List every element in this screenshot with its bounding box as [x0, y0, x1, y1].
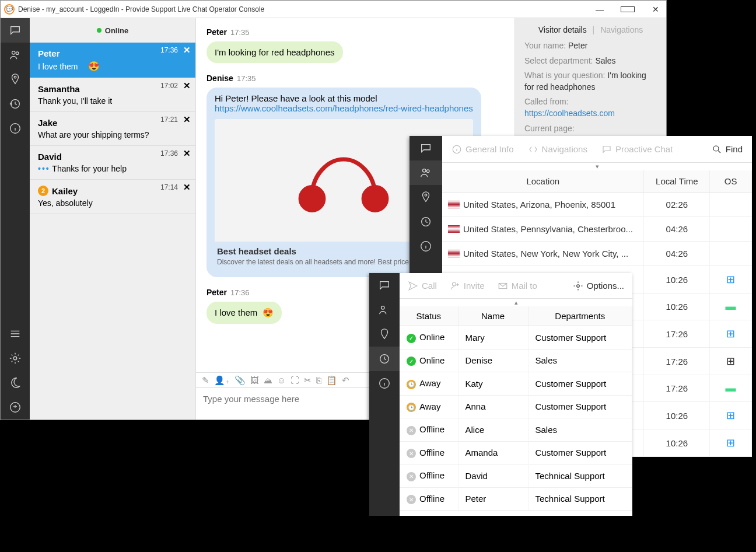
- svg-point-1: [16, 52, 19, 55]
- operator-row[interactable]: 🕒AwayAnnaCustomer Support: [400, 395, 632, 418]
- chat-list-item[interactable]: 17:21✕JakeWhat are your shipping terms?: [30, 112, 195, 146]
- rail-info-icon[interactable]: [369, 371, 400, 396]
- cell-os: ⊞: [710, 320, 752, 348]
- close-chat-icon[interactable]: ✕: [183, 148, 191, 159]
- operator-row[interactable]: ✕OfflineAliceSales: [400, 418, 632, 442]
- chat-list-item[interactable]: 17:14✕2KaileyYes, absolutely: [30, 180, 195, 214]
- operators-toolbar: Call Invite Mail to Options...: [400, 273, 632, 299]
- rail-info-icon[interactable]: [1, 116, 30, 141]
- close-chat-icon[interactable]: ✕: [183, 114, 191, 125]
- cell-name: David: [458, 464, 528, 488]
- tab-navigations[interactable]: Navigations: [600, 25, 643, 34]
- options-button[interactable]: Options...: [573, 281, 624, 291]
- rail-visitors-icon[interactable]: [369, 298, 400, 322]
- paste-icon[interactable]: 📋: [326, 375, 337, 386]
- rail-chats-icon[interactable]: [369, 273, 400, 298]
- cell-location: United States, New York, New York City, …: [442, 242, 644, 266]
- operator-row[interactable]: ✕OfflineDavidTechnical Support: [400, 464, 632, 488]
- attach-icon[interactable]: 📎: [235, 375, 246, 386]
- col-name[interactable]: Name: [458, 306, 528, 326]
- add-user-icon[interactable]: 👤₊: [214, 375, 230, 386]
- col-location[interactable]: Location: [442, 170, 644, 193]
- minimize-button[interactable]: —: [593, 5, 607, 14]
- chat-preview: Yes, absolutely: [38, 198, 187, 208]
- rail-chats-icon[interactable]: [1, 18, 30, 43]
- expand-icon[interactable]: ⛶: [290, 375, 299, 385]
- operator-row[interactable]: ✓OnlineMaryCustomer Support: [400, 326, 632, 350]
- mail-button[interactable]: Mail to: [498, 281, 537, 291]
- col-status[interactable]: Status: [400, 306, 458, 326]
- tab-proactive-chat[interactable]: Proactive Chat: [601, 144, 673, 155]
- cell-time: 10:26: [644, 266, 710, 294]
- cell-os: ▬: [710, 375, 752, 402]
- col-local-time[interactable]: Local Time: [644, 170, 710, 193]
- cell-name: Amanda: [458, 441, 528, 464]
- rail-night-icon[interactable]: [1, 371, 30, 395]
- presence-status[interactable]: Online: [30, 18, 195, 43]
- maximize-button[interactable]: [621, 5, 635, 14]
- cell-name: Peter: [458, 487, 528, 511]
- tab-visitor-details[interactable]: Visitor details: [538, 25, 587, 34]
- svg-point-15: [713, 146, 719, 151]
- operator-row[interactable]: 🕒AwayKatyCustomer Support: [400, 372, 632, 396]
- emoji-picker-icon[interactable]: ☺: [277, 375, 286, 385]
- copy-icon[interactable]: ⎘: [316, 375, 321, 385]
- rail-menu-icon[interactable]: [1, 322, 30, 346]
- cell-name: Katy: [458, 372, 528, 396]
- cut-icon[interactable]: ✂: [304, 375, 312, 386]
- screenshot-icon[interactable]: ⛰: [264, 375, 272, 385]
- invite-button[interactable]: Invite: [450, 281, 485, 291]
- rail-chats-icon[interactable]: [410, 136, 442, 160]
- svg-point-5: [13, 357, 17, 360]
- flag-icon: [448, 225, 460, 233]
- rail-visitors-icon[interactable]: [1, 43, 30, 67]
- rail-history-icon[interactable]: [410, 209, 442, 234]
- visitor-bubble: I love them 😍: [206, 302, 282, 324]
- close-chat-icon[interactable]: ✕: [183, 81, 191, 91]
- rail-history-icon[interactable]: [369, 347, 400, 371]
- rail-logout-icon[interactable]: [1, 395, 30, 420]
- cell-os: ⊞: [710, 348, 752, 375]
- tab-navigations[interactable]: Navigations: [528, 144, 587, 155]
- col-os[interactable]: OS: [710, 170, 752, 193]
- rail-info-icon[interactable]: [410, 234, 442, 258]
- operator-row[interactable]: ✕OfflinePeterTechnical Support: [400, 487, 632, 511]
- titlebar: 💬 Denise - my_account - LoggedIn - Provi…: [1, 1, 666, 18]
- svg-point-11: [425, 194, 427, 197]
- visitor-row[interactable]: United States, Pennsylvania, Chesterbroo…: [442, 217, 752, 242]
- chat-list-item[interactable]: 17:02✕SamanthaThank you, I'll take it: [30, 78, 195, 112]
- image-icon[interactable]: 🖼: [250, 375, 259, 385]
- chat-name: Kailey: [52, 186, 78, 196]
- rail-visitors-icon[interactable]: [410, 160, 442, 185]
- cell-status: 🕒Away: [400, 395, 458, 418]
- close-button[interactable]: ✕: [649, 5, 663, 14]
- tab-general-info[interactable]: General Info: [452, 144, 514, 155]
- operator-row[interactable]: ✓OnlineDeniseSales: [400, 349, 632, 372]
- called-from-link[interactable]: https://coolheadsets.com: [524, 109, 615, 118]
- rail-settings-icon[interactable]: [1, 346, 30, 371]
- collapse-icon[interactable]: ▴: [400, 299, 632, 306]
- visitor-row[interactable]: United States, Arizona, Phoenix, 8500102…: [442, 193, 752, 217]
- operator-row[interactable]: ✕OfflineAmandaCustomer Support: [400, 441, 632, 464]
- rail-location-icon[interactable]: [369, 322, 400, 347]
- chat-time: 17:36: [160, 46, 178, 54]
- cell-dept: Sales: [528, 418, 632, 442]
- find-button[interactable]: Find: [712, 144, 743, 155]
- call-button[interactable]: Call: [408, 281, 437, 291]
- col-dept[interactable]: Departments: [528, 306, 632, 326]
- chat-list-item[interactable]: 17:36✕PeterI love them 😍: [30, 43, 195, 78]
- rail-location-icon[interactable]: [1, 67, 30, 92]
- close-chat-icon[interactable]: ✕: [183, 45, 191, 55]
- canned-icon[interactable]: ✎: [202, 375, 209, 386]
- undo-icon[interactable]: ↶: [342, 375, 349, 386]
- collapse-icon[interactable]: ▾: [442, 163, 752, 170]
- svg-point-9: [423, 169, 426, 173]
- visitor-row[interactable]: United States, New York, New York City, …: [442, 242, 752, 266]
- rail-history-icon[interactable]: [1, 92, 30, 116]
- close-chat-icon[interactable]: ✕: [183, 182, 191, 193]
- svg-point-0: [12, 51, 16, 55]
- cell-os: ⊞: [710, 266, 752, 294]
- rail-location-icon[interactable]: [410, 185, 442, 209]
- chat-list-item[interactable]: 17:36✕David••• Thanks for your help: [30, 146, 195, 180]
- product-link[interactable]: https://www.coolheadsets.com/headphones/…: [215, 103, 473, 113]
